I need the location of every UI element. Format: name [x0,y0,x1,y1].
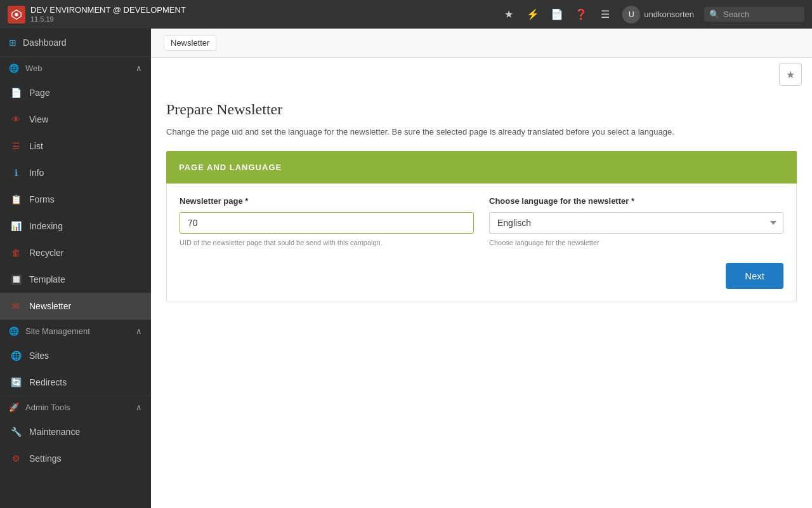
sidebar-item-redirects[interactable]: 🔄 Redirects [0,369,151,396]
sidebar-item-label: Sites [29,351,49,361]
svg-point-0 [15,13,18,16]
sidebar-item-template[interactable]: 🔲 Template [0,266,151,293]
settings-icon: ⚙ [9,451,23,465]
chevron-up-icon: ∧ [136,326,142,336]
section-header: PAGE AND LANGUAGE [166,151,797,184]
help-icon[interactable]: ❓ [574,8,588,22]
breadcrumb-item[interactable]: Newsletter [164,35,216,51]
sidebar-item-label: Newsletter [29,301,71,311]
language-select[interactable]: Englisch Deutsch Français [489,212,783,234]
topbar: DEV ENVIRONMENT @ DEVELOPMENT 11.5.19 ★ … [0,0,812,29]
search-icon: 🔍 [709,10,719,19]
admin-tools-icon: 🚀 [9,403,19,412]
file-icon[interactable]: 📄 [550,8,564,22]
sidebar-item-label: Redirects [29,377,67,387]
env-title: DEV ENVIRONMENT @ DEVELOPMENT [30,5,186,15]
chevron-up-icon: ∧ [136,403,142,412]
topbar-icons: ★ ⚡ 📄 ❓ ☰ U undkonsorten 🔍 [502,6,804,23]
sidebar-item-label: Forms [29,194,55,204]
page-description: Change the page uid and set the language… [166,126,797,138]
sidebar-item-maintenance[interactable]: 🔧 Maintenance [0,418,151,445]
layout: ⊞ Dashboard 🌐 Web ∧ 📄 Page 👁 View ☰ List… [0,29,812,508]
sites-icon: 🌐 [9,349,23,363]
sidebar-item-list[interactable]: ☰ List [0,133,151,159]
language-hint: Choose language for the newsletter [489,239,783,246]
language-label: Choose language for the newsletter * [489,196,783,206]
sidebar-item-label: Settings [29,453,62,464]
star-area: ★ [151,58,812,86]
sidebar-item-indexing[interactable]: 📊 Indexing [0,213,151,239]
sidebar-section-web[interactable]: 🌐 Web ∧ [0,57,151,79]
forms-icon: 📋 [9,192,23,206]
sidebar: ⊞ Dashboard 🌐 Web ∧ 📄 Page 👁 View ☰ List… [0,29,151,508]
sidebar-item-label: Recycler [29,248,63,258]
template-icon: 🔲 [9,272,23,286]
button-row: Next [180,257,783,289]
newsletter-page-label: Newsletter page * [180,196,474,206]
view-icon: 👁 [9,112,23,126]
search-box[interactable]: 🔍 [704,7,804,22]
site-management-icon: 🌐 [9,326,19,336]
web-icon: 🌐 [9,64,19,73]
newsletter-page-input[interactable] [180,212,474,234]
form-section: Newsletter page * UID of the newsletter … [166,184,797,302]
favorite-button[interactable]: ★ [779,63,802,86]
user-menu[interactable]: U undkonsorten [622,6,694,23]
page-icon: 📄 [9,86,23,100]
flash-icon[interactable]: ⚡ [526,8,540,22]
sidebar-item-settings[interactable]: ⚙ Settings [0,445,151,472]
section-admin-tools-label: Admin Tools [25,403,70,412]
sidebar-item-label: Indexing [29,221,63,231]
sidebar-item-view[interactable]: 👁 View [0,106,151,133]
version-label: 11.5.19 [30,15,186,23]
sidebar-item-label: List [29,141,43,151]
breadcrumb: Newsletter [151,29,812,58]
chevron-up-icon: ∧ [136,64,142,73]
section-site-management-label: Site Management [25,326,90,336]
bookmark-icon[interactable]: ★ [502,8,516,22]
sidebar-item-forms[interactable]: 📋 Forms [0,186,151,213]
sidebar-item-label: Page [29,88,50,98]
newsletter-page-hint: UID of the newsletter page that sould be… [180,239,474,246]
sidebar-item-newsletter[interactable]: ✉ Newsletter [0,293,151,319]
recycler-icon: 🗑 [9,246,23,260]
sidebar-item-recycler[interactable]: 🗑 Recycler [0,239,151,266]
info-icon: ℹ [9,166,23,180]
page-title: Prepare Newsletter [166,101,797,118]
username: undkonsorten [644,10,694,19]
section-web-label: Web [25,64,43,73]
sidebar-item-dashboard[interactable]: ⊞ Dashboard [0,29,151,57]
maintenance-icon: 🔧 [9,425,23,439]
sidebar-item-label: Info [29,168,44,178]
sidebar-item-label: Maintenance [29,427,80,437]
search-input[interactable] [723,10,799,19]
sidebar-item-label: Dashboard [23,37,67,48]
logo-icon [8,6,25,23]
form-row: Newsletter page * UID of the newsletter … [180,196,783,246]
sidebar-item-page[interactable]: 📄 Page [0,79,151,106]
sidebar-item-sites[interactable]: 🌐 Sites [0,342,151,369]
newsletter-icon: ✉ [9,299,23,313]
list-icon: ☰ [9,139,23,153]
main-content: Newsletter ★ Prepare Newsletter Change t… [151,29,812,508]
sidebar-section-site-management[interactable]: 🌐 Site Management ∧ [0,319,151,342]
redirects-icon: 🔄 [9,375,23,389]
language-group: Choose language for the newsletter * Eng… [489,196,783,246]
sidebar-item-info[interactable]: ℹ Info [0,159,151,186]
sidebar-item-label: View [29,114,48,124]
newsletter-page-group: Newsletter page * UID of the newsletter … [180,196,474,246]
content-area: Prepare Newsletter Change the page uid a… [151,86,812,508]
list-icon[interactable]: ☰ [598,8,612,22]
indexing-icon: 📊 [9,219,23,233]
avatar: U [622,6,640,23]
next-button[interactable]: Next [726,263,783,289]
logo-area: DEV ENVIRONMENT @ DEVELOPMENT 11.5.19 [8,5,186,23]
dashboard-icon: ⊞ [9,37,16,48]
sidebar-section-admin-tools[interactable]: 🚀 Admin Tools ∧ [0,396,151,418]
sidebar-item-label: Template [29,274,65,284]
